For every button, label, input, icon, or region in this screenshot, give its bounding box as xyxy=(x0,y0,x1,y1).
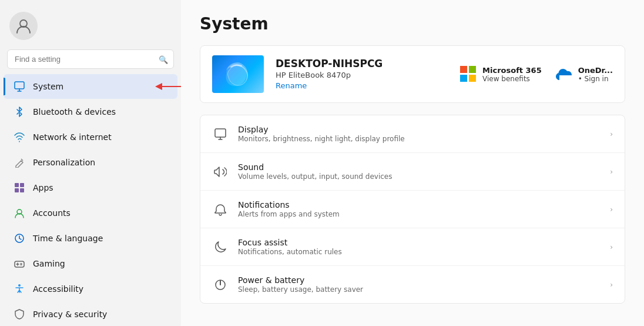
sidebar-item-time-label: Time & language xyxy=(33,234,103,243)
microsoft365-promo[interactable]: Microsoft 365 View benefits xyxy=(460,66,542,83)
page-title: System xyxy=(200,14,625,34)
sound-subtitle: Volume levels, output, input, sound devi… xyxy=(238,172,392,181)
focus-title: Focus assist xyxy=(238,238,342,247)
microsoft365-name: Microsoft 365 xyxy=(482,66,542,75)
notifications-text: Notifications Alerts from apps and syste… xyxy=(238,200,340,218)
monitor-icon xyxy=(13,80,26,93)
sidebar-item-accessibility[interactable]: Accessibility xyxy=(4,277,177,301)
sidebar-item-network-label: Network & internet xyxy=(33,132,112,142)
onedrive-icon xyxy=(556,66,572,82)
power-subtitle: Sleep, battery usage, battery saver xyxy=(238,285,363,294)
settings-item-display[interactable]: Display Monitors, brightness, night ligh… xyxy=(200,115,625,153)
focus-subtitle: Notifications, automatic rules xyxy=(238,248,342,256)
sidebar-item-gaming-label: Gaming xyxy=(33,259,65,268)
svg-rect-3 xyxy=(15,183,19,187)
sidebar-item-bluetooth-label: Bluetooth & devices xyxy=(33,107,116,117)
notifications-chevron: › xyxy=(610,205,613,214)
settings-list: Display Monitors, brightness, night ligh… xyxy=(200,115,625,304)
device-name: DESKTOP-NIHSPCG xyxy=(276,58,460,69)
onedrive-action: • Sign in xyxy=(578,75,613,83)
sidebar-item-privacy[interactable]: Privacy & security xyxy=(4,302,177,326)
sidebar-item-time[interactable]: Time & language xyxy=(4,226,177,251)
settings-item-notifications[interactable]: Notifications Alerts from apps and syste… xyxy=(200,191,625,228)
svg-point-10 xyxy=(18,284,21,287)
sound-text: Sound Volume levels, output, input, soun… xyxy=(238,162,392,181)
sidebar: 🔍 System Bluetooth & devices xyxy=(0,0,181,326)
focus-text: Focus assist Notifications, automatic ru… xyxy=(238,238,342,256)
sidebar-item-system-label: System xyxy=(33,82,63,91)
time-icon xyxy=(13,232,26,245)
microsoft365-action: View benefits xyxy=(482,75,542,83)
sidebar-item-privacy-label: Privacy & security xyxy=(33,310,107,319)
display-icon xyxy=(212,126,229,142)
display-chevron: › xyxy=(610,130,613,138)
sound-chevron: › xyxy=(610,168,613,176)
onedrive-promo[interactable]: OneDr... • Sign in xyxy=(556,66,613,83)
sidebar-item-apps[interactable]: Apps xyxy=(4,175,177,200)
shield-icon xyxy=(13,308,26,321)
power-chevron: › xyxy=(610,281,613,289)
user-avatar[interactable] xyxy=(9,12,38,40)
svg-rect-5 xyxy=(15,188,19,192)
device-model: HP EliteBook 8470p xyxy=(276,71,460,79)
display-text: Display Monitors, brightness, night ligh… xyxy=(238,125,405,143)
search-input[interactable] xyxy=(7,49,174,69)
sidebar-item-personalization-label: Personalization xyxy=(33,158,95,167)
sidebar-item-network[interactable]: Network & internet xyxy=(4,125,177,149)
svg-rect-12 xyxy=(215,129,226,137)
device-apps: Microsoft 365 View benefits OneDr... • S… xyxy=(460,66,613,83)
personalization-icon xyxy=(13,156,26,169)
sidebar-item-personalization[interactable]: Personalization xyxy=(4,150,177,175)
svg-rect-6 xyxy=(20,188,24,192)
main-content: System DESKTOP-NIHSPCG HP EliteBook 8470… xyxy=(181,0,644,326)
sidebar-item-gaming[interactable]: Gaming xyxy=(4,251,177,276)
sidebar-item-system[interactable]: System xyxy=(4,74,177,99)
apps-icon xyxy=(13,181,26,194)
svg-rect-1 xyxy=(15,82,24,89)
sidebar-item-accounts[interactable]: Accounts xyxy=(4,201,177,225)
display-title: Display xyxy=(238,125,405,134)
sidebar-item-apps-label: Apps xyxy=(33,183,53,192)
bluetooth-icon xyxy=(13,105,26,118)
device-rename-link[interactable]: Rename xyxy=(276,81,307,90)
onedrive-name: OneDr... xyxy=(578,66,613,75)
power-icon xyxy=(212,277,229,293)
notifications-title: Notifications xyxy=(238,200,340,209)
network-icon xyxy=(13,131,26,144)
accessibility-icon xyxy=(13,282,26,295)
device-card: DESKTOP-NIHSPCG HP EliteBook 8470p Renam… xyxy=(200,45,625,103)
sidebar-item-accounts-label: Accounts xyxy=(33,208,71,218)
settings-item-power[interactable]: Power & battery Sleep, battery usage, ba… xyxy=(200,266,625,303)
microsoft365-text: Microsoft 365 View benefits xyxy=(482,66,542,83)
microsoft-logo xyxy=(460,66,477,82)
moon-icon xyxy=(212,239,229,255)
settings-item-focus[interactable]: Focus assist Notifications, automatic ru… xyxy=(200,228,625,266)
notifications-subtitle: Alerts from apps and system xyxy=(238,210,340,218)
sound-title: Sound xyxy=(238,162,392,172)
search-icon: 🔍 xyxy=(159,55,168,64)
gaming-icon xyxy=(13,257,26,270)
settings-item-sound[interactable]: Sound Volume levels, output, input, soun… xyxy=(200,153,625,191)
device-info: DESKTOP-NIHSPCG HP EliteBook 8470p Renam… xyxy=(276,58,460,91)
display-subtitle: Monitors, brightness, night light, displ… xyxy=(238,135,405,143)
focus-chevron: › xyxy=(610,243,613,251)
device-thumbnail xyxy=(212,55,264,93)
svg-rect-4 xyxy=(20,183,24,187)
accounts-icon xyxy=(13,207,26,219)
power-title: Power & battery xyxy=(238,275,363,285)
sidebar-item-accessibility-label: Accessibility xyxy=(33,284,83,294)
power-text: Power & battery Sleep, battery usage, ba… xyxy=(238,275,363,294)
nav-list: System Bluetooth & devices Network & int… xyxy=(0,74,181,326)
onedrive-text: OneDr... • Sign in xyxy=(578,66,613,83)
search-box: 🔍 xyxy=(7,49,174,69)
sound-icon xyxy=(212,164,229,180)
bell-icon xyxy=(212,201,229,218)
sidebar-item-bluetooth[interactable]: Bluetooth & devices xyxy=(4,99,177,124)
